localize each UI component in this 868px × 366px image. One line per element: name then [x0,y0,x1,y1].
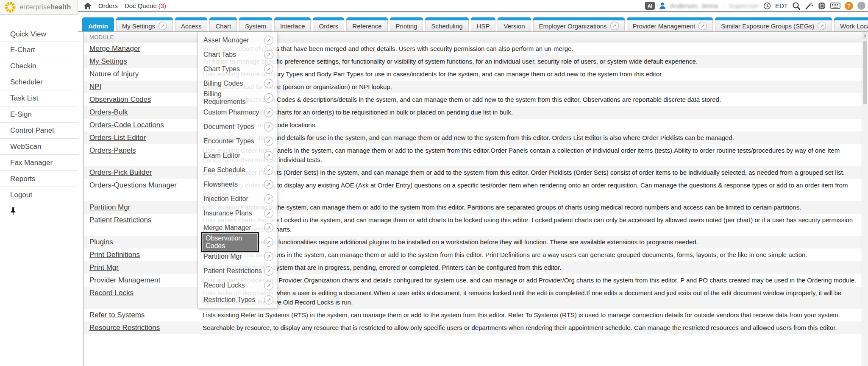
tab-printing[interactable]: Printing [390,17,423,31]
external-link-icon[interactable]: ↗ [264,295,273,305]
module-link-record-locks[interactable]: Record Locks [89,289,134,297]
menu-item-insurance-plans[interactable]: Insurance Plans↗ [198,206,277,221]
module-link-merge-manager[interactable]: Merge Manager [89,45,140,53]
menu-item-patient-restrictions[interactable]: Patient Restrictions↗ [198,264,277,278]
external-link-icon[interactable]: ↗ [264,237,273,247]
external-link-icon[interactable]: ↗ [698,22,707,30]
sidebar-item-quick-view[interactable]: Quick View [0,26,78,42]
topnav-doc-queue[interactable]: Doc Queue(3) [125,2,166,9]
tab-reference[interactable]: Reference [346,17,387,31]
scrollbar-thumb[interactable] [863,41,867,104]
sidebar-item-scheduler[interactable]: Scheduler [0,74,78,90]
vertical-scrollbar[interactable]: ▲ [862,32,868,366]
module-link-observation-codes[interactable]: Observation Codes [89,95,151,103]
tab-system[interactable]: System [239,17,272,31]
external-link-icon[interactable]: ↗ [264,223,273,232]
module-link-orders-pick-builder[interactable]: Orders-Pick Builder [89,168,152,176]
sidebar-item-checkin[interactable]: Checkin [0,58,78,74]
external-link-icon[interactable]: ↗ [264,165,273,175]
menu-item-asset-manager[interactable]: Asset Manager↗ [198,33,277,47]
external-link-icon[interactable]: ↗ [264,64,273,74]
external-link-icon[interactable]: ↗ [264,151,273,160]
sidebar-item-e-chart[interactable]: E-Chart [0,42,78,58]
search-icon[interactable] [792,2,801,10]
module-link-refer-to-systems[interactable]: Refer to Systems [89,311,145,319]
module-link-provider-management[interactable]: Provider Management [89,276,160,284]
module-link-orders-panels[interactable]: Orders-Panels [89,146,136,154]
tab-scheduling[interactable]: Scheduling [425,17,468,31]
menu-item-chart-tabs[interactable]: Chart Tabs↗ [198,47,277,62]
external-link-icon[interactable]: ↗ [264,209,273,218]
menu-item-chart-types[interactable]: Chart Types↗ [198,62,277,76]
external-link-icon[interactable]: ↗ [159,22,167,30]
module-link-orders-list-editor[interactable]: Orders-List Editor [89,134,146,142]
module-link-print-definitions[interactable]: Print Definitions [89,251,140,259]
external-link-icon[interactable]: ↗ [264,93,273,103]
external-link-icon[interactable]: ↗ [264,79,273,88]
tab-provider-management[interactable]: Provider Management↗ [627,17,713,31]
module-link-orders-questions-manager[interactable]: Orders-Questions Manager [89,181,177,189]
module-link-patient-restrictions[interactable]: Patient Restrictions [89,216,151,224]
sidebar-item-logout[interactable]: Logout [0,187,78,203]
tab-my-settings[interactable]: My Settings↗ [116,17,173,31]
menu-item-billing-codes[interactable]: Billing Codes↗ [198,76,277,91]
tab-admin[interactable]: Admin [82,17,114,31]
menu-item-fee-schedule[interactable]: Fee Schedule↗ [198,163,277,177]
tab-chart[interactable]: Chart [209,17,237,31]
external-link-icon[interactable]: ↗ [264,194,273,204]
globe-icon[interactable] [818,2,826,10]
magic-wand-icon[interactable] [805,2,813,10]
menu-item-injection-editor[interactable]: Injection Editor↗ [198,192,277,206]
module-link-resource-restrictions[interactable]: Resource Restrictions [89,324,160,332]
tab-hsp[interactable]: HSP [471,17,496,31]
external-link-icon[interactable]: ↗ [610,22,619,30]
tab-interface[interactable]: Interface [274,17,311,31]
external-link-icon[interactable]: ↗ [264,266,273,276]
sidebar-item-e-sign[interactable]: E-Sign [0,106,78,123]
external-link-icon[interactable]: ↗ [818,22,826,30]
menu-item-encounter-types[interactable]: Encounter Types↗ [198,134,277,148]
home-icon[interactable] [84,3,92,9]
menu-item-observation-codes[interactable]: Observation Codes↗ [198,235,277,249]
external-link-icon[interactable]: ↗ [264,281,273,290]
tab-similar-exposure-groups-segs[interactable]: Similar Exposure Groups (SEGs)↗ [715,17,832,31]
tab-orders[interactable]: Orders [313,17,344,31]
user-name[interactable]: Anderson, Jenna [670,2,718,9]
external-link-icon[interactable]: ↗ [264,36,273,45]
scroll-up-button[interactable]: ▲ [862,32,868,39]
module-link-plugins[interactable]: Plugins [89,238,113,246]
external-link-icon[interactable]: ↗ [264,122,273,131]
external-link-icon[interactable]: ↗ [264,180,273,189]
module-link-orders-code-locations[interactable]: Orders-Code Locations [89,121,164,129]
module-link-partition-mgr[interactable]: Partition Mgr [89,203,130,211]
menu-item-restriction-types[interactable]: Restriction Types↗ [198,293,277,307]
avatar[interactable] [857,2,865,10]
keyboard-icon[interactable] [830,2,840,9]
sidebar-item-control-panel[interactable]: Control Panel [0,123,78,139]
tab-work-locations[interactable]: Work Locations↗ [834,17,868,31]
topnav-orders[interactable]: Orders [98,2,118,9]
pushpin-icon[interactable] [10,207,16,215]
external-link-icon[interactable]: ↗ [264,252,273,261]
sidebar-item-reports[interactable]: Reports [0,171,78,187]
tab-employer-organizations[interactable]: Employer Organizations↗ [533,17,625,31]
module-link-my-settings[interactable]: My Settings [89,57,127,65]
ai-badge[interactable]: AI [645,2,655,10]
module-link-print-mgr[interactable]: Print Mgr [89,263,119,271]
menu-item-billing-requirements[interactable]: Billing Requirements↗ [198,91,277,105]
menu-item-flowsheets[interactable]: Flowsheets↗ [198,177,277,192]
external-link-icon[interactable]: ↗ [264,108,273,117]
module-link-nature-of-injury[interactable]: Nature of Injury [89,70,139,78]
menu-item-document-types[interactable]: Document Types↗ [198,120,277,134]
external-link-icon[interactable]: ↗ [264,137,273,146]
menu-item-custom-pharmacy[interactable]: Custom Pharmacy↗ [198,105,277,120]
menu-item-record-locks[interactable]: Record Locks↗ [198,278,277,293]
sidebar-item-fax-manager[interactable]: Fax Manager [0,155,78,171]
menu-item-exam-editor[interactable]: Exam Editor↗ [198,148,277,163]
external-link-icon[interactable]: ↗ [264,50,273,59]
tab-access[interactable]: Access [175,17,207,31]
sidebar-item-task-list[interactable]: Task List [0,90,78,106]
sidebar-item-webscan[interactable]: WebScan [0,139,78,155]
help-icon[interactable]: ? [845,2,853,10]
module-link-npi[interactable]: NPI [89,83,101,91]
